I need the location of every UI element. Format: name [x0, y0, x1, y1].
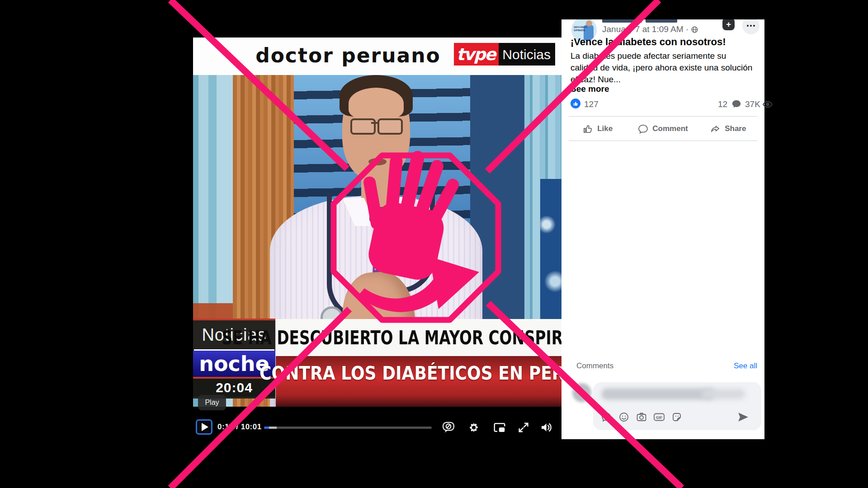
divider	[569, 141, 757, 141]
comment-icon	[638, 124, 648, 134]
play-icon	[202, 423, 208, 431]
annotations-off-icon[interactable]	[439, 418, 458, 436]
video-player: doctor peruano tvpe Noticias	[193, 38, 561, 440]
picture-in-picture-icon[interactable]	[491, 418, 509, 436]
share-icon	[710, 124, 721, 134]
time-display: 0:16 / 10:01	[217, 422, 262, 432]
settings-gear-icon[interactable]	[465, 418, 483, 436]
like-reaction-badge	[571, 99, 580, 108]
share-button[interactable]: Share	[696, 117, 761, 141]
top-black-bar	[0, 0, 868, 19]
divider	[569, 116, 757, 117]
post-menu-button[interactable]	[742, 17, 760, 34]
volume-icon[interactable]	[538, 418, 556, 436]
like-button[interactable]: Like	[565, 117, 630, 141]
comments-header: Comments	[576, 361, 613, 371]
send-comment-icon[interactable]	[737, 411, 750, 423]
video-controls: 0:16 / 10:01	[193, 407, 561, 440]
svg-text:GIF: GIF	[656, 415, 662, 420]
sticker-icon[interactable]	[671, 411, 683, 423]
like-count: 127	[584, 99, 599, 109]
comment-composer[interactable]: GIF	[593, 382, 761, 430]
progress-fill	[264, 427, 269, 429]
comment-button[interactable]: Comment	[630, 117, 695, 141]
blurred-comment-text	[601, 388, 715, 400]
camera-icon[interactable]	[636, 411, 647, 423]
fullscreen-icon[interactable]	[514, 418, 533, 436]
facebook-post-panel: SEGUNDA OPINIÓN + January 7 at 1:09 AM ·…	[561, 0, 764, 439]
glasses	[348, 118, 406, 132]
avatar-sticker-icon[interactable]	[600, 411, 612, 423]
video-frame[interactable]: Noticias noche 20:04 SE HA DESCUBIERTO L…	[193, 75, 561, 407]
commenter-avatar-blurred	[572, 383, 591, 402]
like-icon	[583, 124, 593, 134]
eye-views-icon	[762, 100, 773, 109]
post-timestamp: January 7 at 1:09 AM ·	[602, 24, 698, 34]
comment-bubble-icon	[731, 99, 741, 109]
blurred-comment-text	[702, 389, 745, 399]
video-caption-bar: doctor peruano tvpe Noticias	[193, 38, 561, 75]
view-count: 37K	[745, 99, 760, 109]
globe-icon	[691, 26, 698, 33]
play-tooltip: Play	[198, 395, 226, 410]
post-body: La diabetes puede afectar seriamente su …	[571, 50, 760, 85]
composer-icon-row: GIF	[600, 411, 683, 423]
tvpe-logo-red: tvpe	[454, 43, 499, 66]
buffered-bar	[269, 427, 277, 429]
video-caption-title: doctor peruano	[251, 44, 445, 67]
headline-top-banner: SE HA DESCUBIERTO LA MAYOR CONSPIRACIÓN	[276, 319, 561, 356]
emoji-smiley-icon[interactable]	[618, 411, 630, 423]
see-all-comments-link[interactable]: See all	[734, 361, 757, 371]
gif-icon[interactable]: GIF	[653, 411, 665, 423]
avatar-brand-text: SEGUNDA OPINIÓN	[574, 26, 585, 32]
progress-bar[interactable]	[264, 427, 432, 429]
follow-plus-button[interactable]: +	[722, 18, 735, 30]
post-action-bar: Like Comment Share	[565, 117, 761, 141]
reactions-row: 127 12 37K	[571, 98, 757, 110]
headline-bottom-banner: CONTRA LOS DIABÉTICOS EN PERÚ	[276, 356, 561, 407]
comment-count: 12	[718, 99, 727, 109]
thumb-icon	[573, 101, 579, 107]
tvpe-logo-noticias: Noticias	[499, 43, 555, 66]
see-more-link[interactable]: See more	[571, 84, 609, 94]
play-button[interactable]	[196, 419, 212, 435]
tvpe-noticias-logo: tvpe Noticias	[454, 43, 555, 66]
post-title: ¡Vence la diabetes con nosotros!	[571, 36, 726, 48]
